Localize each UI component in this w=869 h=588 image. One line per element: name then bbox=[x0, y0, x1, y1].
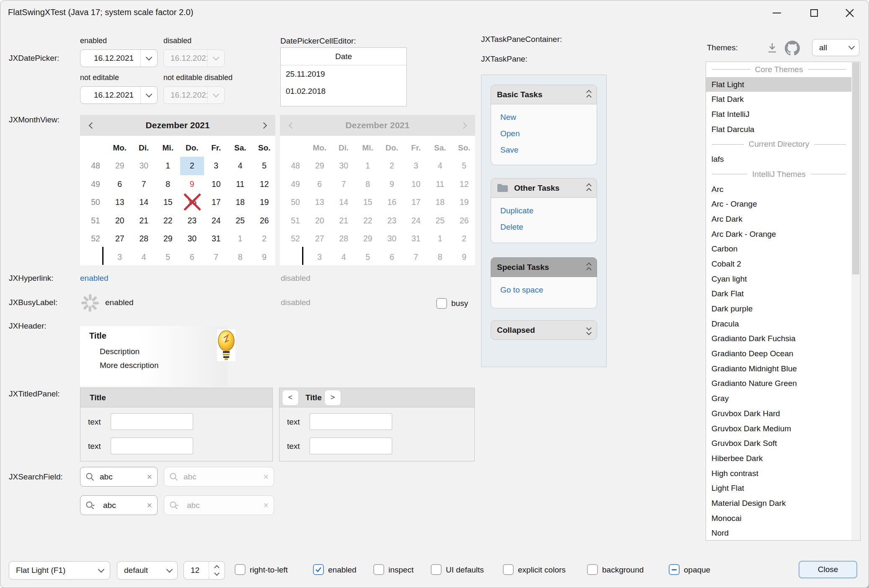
background-checkbox[interactable] bbox=[587, 564, 598, 575]
laf-combo[interactable]: Flat Light (F1) bbox=[9, 561, 110, 580]
day-cell[interactable]: 3 bbox=[108, 248, 132, 267]
day-cell[interactable]: 24 bbox=[204, 212, 228, 230]
close-window-button[interactable] bbox=[836, 4, 863, 22]
spinner-buttons[interactable] bbox=[209, 562, 225, 579]
busy-checkbox-label[interactable]: busy bbox=[451, 299, 468, 308]
theme-list-item[interactable]: Light Flat bbox=[706, 481, 852, 496]
text-input[interactable] bbox=[310, 438, 392, 454]
clear-icon[interactable]: × bbox=[147, 472, 152, 482]
busy-checkbox[interactable] bbox=[436, 298, 447, 309]
datepicker-enabled-dropdown-button[interactable] bbox=[140, 50, 157, 67]
monthview-enabled[interactable]: Dezember 2021Mo.Di.Mi.Do.Fr.Sa.So.482930… bbox=[80, 115, 275, 265]
theme-list-item[interactable]: Flat Darcula bbox=[706, 122, 852, 137]
enabled-checkbox[interactable] bbox=[313, 564, 324, 575]
table-row[interactable]: 01.02.2018 bbox=[281, 83, 406, 100]
day-cell[interactable]: 5 bbox=[252, 157, 277, 175]
theme-list-item[interactable]: Dark Flat bbox=[706, 286, 852, 301]
titled-panel-prev-button[interactable]: < bbox=[282, 390, 299, 406]
day-cell[interactable]: 1 bbox=[156, 157, 180, 175]
theme-list-item[interactable]: High contrast bbox=[706, 466, 852, 481]
day-cell[interactable]: 21 bbox=[132, 212, 156, 230]
day-cell[interactable]: 2 bbox=[252, 230, 277, 248]
day-cell[interactable]: 30 bbox=[132, 157, 156, 175]
theme-list-item[interactable]: Arc bbox=[706, 182, 852, 197]
font-combo-dropdown-button[interactable] bbox=[161, 562, 177, 579]
theme-list-item[interactable]: Gruvbox Dark Hard bbox=[706, 406, 852, 421]
day-cell[interactable]: 5 bbox=[156, 248, 180, 267]
themes-scrollbar-track[interactable] bbox=[851, 62, 860, 540]
day-cell[interactable]: 10 bbox=[204, 175, 228, 194]
day-cell[interactable]: 7 bbox=[132, 175, 156, 194]
theme-list-item[interactable]: Cobalt 2 bbox=[706, 256, 852, 272]
day-cell[interactable]: 17 bbox=[204, 193, 228, 212]
day-cell[interactable]: 4 bbox=[132, 248, 156, 267]
opaque-checkbox[interactable] bbox=[669, 564, 680, 575]
theme-list-item[interactable]: Gruvbox Dark Soft bbox=[706, 436, 852, 451]
search-field-with-menu-enabled[interactable]: abc × bbox=[80, 495, 158, 515]
maximize-button[interactable] bbox=[801, 4, 828, 22]
ui-defaults-checkbox[interactable] bbox=[431, 564, 442, 575]
clear-icon[interactable]: × bbox=[147, 501, 152, 510]
theme-list-item[interactable]: Arc - Orange bbox=[706, 197, 852, 212]
table-row[interactable]: 25.11.2019 bbox=[281, 65, 406, 83]
text-input[interactable] bbox=[310, 413, 392, 430]
day-cell[interactable]: 1 bbox=[228, 230, 253, 248]
minimize-button[interactable] bbox=[763, 4, 790, 22]
theme-list-item[interactable]: Gradianto Nature Green bbox=[706, 376, 852, 391]
day-cell[interactable]: 16 bbox=[180, 193, 204, 212]
task-link-open[interactable]: Open bbox=[500, 129, 597, 138]
theme-list-item[interactable]: Dracula bbox=[706, 316, 852, 332]
day-cell[interactable]: 15 bbox=[156, 193, 180, 212]
day-cell[interactable]: 3 bbox=[204, 157, 228, 175]
theme-list-item[interactable]: Flat Dark bbox=[706, 92, 852, 107]
theme-list-item[interactable]: Gray bbox=[706, 391, 852, 406]
day-cell[interactable]: 30 bbox=[180, 230, 204, 248]
enabled-checkbox-label[interactable]: enabled bbox=[328, 565, 357, 575]
day-cell[interactable]: 6 bbox=[108, 175, 132, 194]
hyperlink-enabled[interactable]: enabled bbox=[80, 274, 109, 283]
day-cell[interactable]: 4 bbox=[228, 157, 253, 175]
day-cell[interactable]: 11 bbox=[228, 175, 253, 194]
titled-panel-next-button[interactable]: > bbox=[324, 390, 341, 406]
theme-list-item[interactable]: Gradianto Midnight Blue bbox=[706, 361, 852, 376]
task-link-delete[interactable]: Delete bbox=[500, 223, 597, 232]
day-cell[interactable]: 7 bbox=[204, 248, 228, 267]
day-cell[interactable]: 14 bbox=[132, 193, 156, 212]
themes-filter-combo[interactable]: all bbox=[812, 39, 859, 56]
ui-defaults-checkbox-label[interactable]: UI defaults bbox=[446, 565, 484, 575]
inspect-checkbox-label[interactable]: inspect bbox=[388, 565, 414, 575]
day-cell[interactable]: 8 bbox=[228, 248, 253, 267]
day-cell[interactable]: 12 bbox=[252, 175, 277, 194]
day-cell[interactable]: 22 bbox=[156, 212, 180, 230]
text-input[interactable] bbox=[111, 413, 193, 430]
day-cell[interactable]: 28 bbox=[132, 230, 156, 248]
theme-list-item[interactable]: Flat IntelliJ bbox=[706, 107, 852, 122]
spinner-down-icon[interactable] bbox=[214, 570, 220, 576]
day-cell[interactable]: 6 bbox=[180, 248, 204, 267]
taskpane-header[interactable]: Basic Tasks bbox=[491, 85, 597, 104]
day-cell[interactable]: 29 bbox=[156, 230, 180, 248]
day-cell[interactable]: 9 bbox=[180, 175, 204, 194]
theme-list-item[interactable]: Arc Dark - Orange bbox=[706, 227, 852, 242]
theme-list-item[interactable]: Monocai bbox=[706, 511, 852, 526]
themes-scrollbar-thumb[interactable] bbox=[852, 62, 859, 275]
day-cell[interactable]: 19 bbox=[252, 193, 277, 212]
font-size-spinner[interactable]: 12 bbox=[184, 561, 225, 580]
task-link-new[interactable]: New bbox=[500, 113, 597, 122]
day-cell[interactable]: 9 bbox=[252, 248, 277, 267]
explicit-colors-checkbox[interactable] bbox=[503, 564, 514, 575]
day-cell[interactable]: 31 bbox=[204, 230, 228, 248]
theme-list-item[interactable]: Carbon bbox=[706, 241, 852, 256]
day-cell[interactable]: 26 bbox=[252, 212, 277, 230]
taskpane-header[interactable]: Special Tasks bbox=[491, 257, 597, 277]
day-cell[interactable]: 18 bbox=[228, 193, 253, 212]
taskpane-header[interactable]: Collapsed bbox=[491, 320, 597, 340]
font-combo[interactable]: default bbox=[117, 561, 178, 580]
theme-list-item[interactable]: Gradianto Dark Fuchsia bbox=[706, 331, 852, 346]
theme-list-item[interactable]: Flat Light bbox=[706, 77, 852, 92]
task-link-go-to-space[interactable]: Go to space bbox=[500, 285, 597, 295]
datepicker-enabled[interactable]: 16.12.2021 bbox=[80, 49, 158, 67]
theme-list-item[interactable]: Cyan light bbox=[706, 272, 852, 287]
spinner-up-icon[interactable] bbox=[214, 565, 220, 570]
day-cell[interactable]: 13 bbox=[108, 193, 132, 212]
